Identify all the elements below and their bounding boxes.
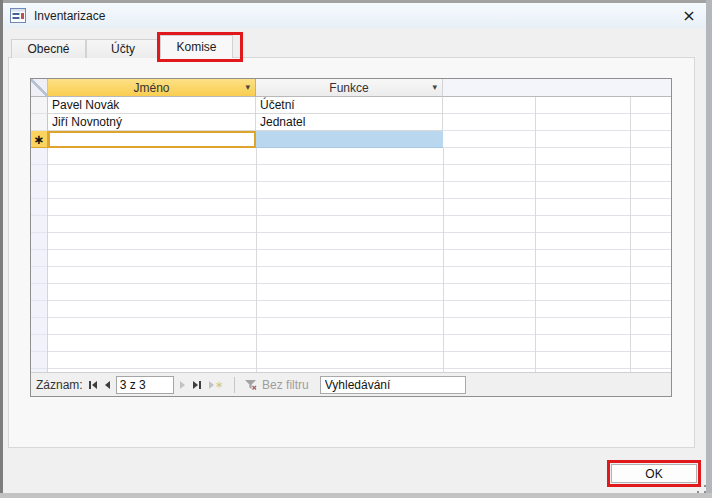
column-header-jmeno-label: Jméno (133, 81, 169, 95)
empty-grid (48, 148, 443, 372)
first-record-icon[interactable] (87, 377, 99, 393)
column-dropdown-icon[interactable]: ▾ (245, 83, 250, 92)
row-selector-strip (31, 148, 48, 372)
filter-icon (244, 378, 257, 391)
column-header-funkce-label: Funkce (329, 81, 368, 95)
cell-funkce[interactable]: Účetní (256, 97, 443, 114)
record-navigator: Záznam: ∗ Bez filtru (31, 372, 671, 396)
resize-grip[interactable] (696, 483, 707, 494)
row-selector[interactable] (31, 97, 48, 114)
gridline (630, 97, 631, 372)
filter-label: Bez filtru (262, 378, 309, 392)
window-title: Inventarizace (34, 9, 105, 23)
tab-komise[interactable]: Komise (160, 35, 233, 58)
cell-jmeno[interactable]: Jiří Novnotný (48, 114, 256, 131)
close-icon[interactable]: × (674, 3, 704, 28)
form-icon (10, 8, 26, 23)
navigator-separator (234, 377, 235, 393)
window-border-bottom (0, 493, 712, 498)
select-all-corner[interactable] (31, 79, 48, 97)
ok-button[interactable]: OK (611, 464, 697, 483)
tab-ucty[interactable]: Účty (86, 39, 160, 58)
cell-funkce[interactable]: Jednatel (256, 114, 443, 131)
title-bar: Inventarizace (3, 3, 706, 28)
header-filler (443, 79, 671, 97)
filter-status[interactable]: Bez filtru (244, 378, 309, 392)
window-border-left (0, 0, 3, 498)
last-record-icon[interactable] (191, 377, 203, 393)
row-selector[interactable] (31, 114, 48, 131)
column-header-jmeno[interactable]: Jméno ▾ (48, 79, 256, 97)
gridline (443, 148, 444, 372)
datasheet: Jméno ▾ Funkce ▾ Pavel Novák Účetní Jiří… (30, 78, 672, 397)
tab-obecne[interactable]: Obecné (11, 39, 86, 58)
previous-record-icon[interactable] (103, 377, 112, 393)
new-record-cell-funkce[interactable] (256, 131, 443, 148)
new-record-cell-jmeno[interactable] (48, 131, 256, 148)
cell-jmeno[interactable]: Pavel Novák (48, 97, 256, 114)
gridline (535, 97, 536, 372)
grid-filler (443, 97, 671, 372)
search-input[interactable] (320, 376, 466, 394)
new-record-icon: ∗ (34, 133, 45, 146)
new-record-selector[interactable]: ∗ (31, 131, 48, 148)
column-header-funkce[interactable]: Funkce ▾ (256, 79, 443, 97)
next-record-icon[interactable] (178, 377, 187, 393)
dialog-window: Inventarizace × Obecné Účty Komise Jméno… (0, 0, 712, 498)
new-blank-record-icon[interactable]: ∗ (207, 377, 225, 393)
gridline (256, 148, 257, 372)
window-border-right (706, 0, 712, 498)
record-position-input[interactable] (116, 376, 174, 394)
column-dropdown-icon[interactable]: ▾ (432, 83, 437, 92)
record-navigator-label: Záznam: (36, 378, 83, 392)
